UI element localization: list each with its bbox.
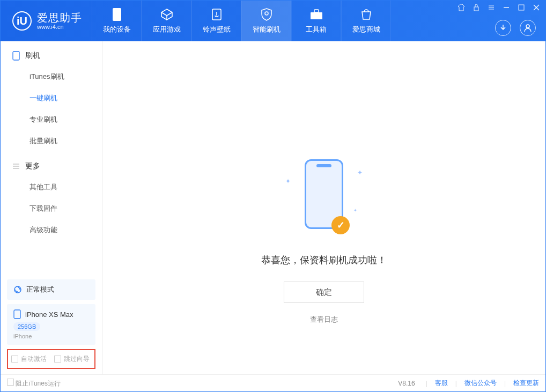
device-icon bbox=[110, 8, 124, 21]
sidebar-item-pro-flash[interactable]: 专业刷机 bbox=[1, 109, 102, 130]
window-controls bbox=[458, 4, 540, 11]
main-tabs: 我的设备 应用游戏 铃声壁纸 智能刷机 工具箱 爱思商城 bbox=[92, 1, 391, 41]
tab-toolbox[interactable]: 工具箱 bbox=[291, 1, 341, 41]
separator: | bbox=[455, 380, 457, 387]
tab-apps[interactable]: 应用游戏 bbox=[142, 1, 191, 41]
sidebar-item-itunes-flash[interactable]: iTunes刷机 bbox=[1, 66, 102, 87]
success-illustration: ✦ ✦ ✦ ✓ bbox=[276, 159, 372, 240]
highlighted-options-box: 自动激活 跳过向导 bbox=[7, 349, 95, 369]
device-name-text: iPhone XS Max bbox=[25, 310, 73, 319]
lock-icon[interactable] bbox=[473, 4, 480, 11]
device-info-box[interactable]: iPhone XS Max 256GB iPhone bbox=[7, 304, 95, 345]
tab-shop[interactable]: 爱思商城 bbox=[341, 1, 391, 41]
minimize-icon[interactable] bbox=[503, 4, 510, 11]
checkbox-input[interactable] bbox=[54, 356, 61, 363]
refresh-icon bbox=[13, 285, 22, 294]
view-log-link[interactable]: 查看日志 bbox=[310, 315, 338, 324]
sidebar-item-download-fw[interactable]: 下载固件 bbox=[1, 198, 102, 219]
separator: | bbox=[504, 380, 506, 387]
tab-flash[interactable]: 智能刷机 bbox=[241, 1, 291, 41]
toolbox-icon bbox=[309, 8, 323, 21]
more-lines-icon bbox=[12, 162, 20, 170]
app-logo: iU 爱思助手 www.i4.cn bbox=[1, 1, 92, 41]
status-bar: 阻止iTunes运行 V8.16 | 客服 | 微信公众号 | 检查更新 bbox=[1, 374, 545, 391]
tab-label: 我的设备 bbox=[103, 25, 131, 34]
separator: | bbox=[426, 380, 427, 387]
tab-my-device[interactable]: 我的设备 bbox=[92, 1, 142, 41]
svg-point-2 bbox=[265, 12, 268, 15]
user-icon[interactable] bbox=[520, 20, 536, 36]
device-phone-icon bbox=[13, 309, 21, 319]
sidebar-section-more: 更多 bbox=[1, 152, 102, 176]
shield-icon bbox=[260, 8, 274, 21]
checkbox-input[interactable] bbox=[11, 356, 18, 363]
tab-label: 智能刷机 bbox=[253, 25, 281, 34]
tab-label: 铃声壁纸 bbox=[203, 25, 231, 34]
tab-ringtone[interactable]: 铃声壁纸 bbox=[191, 1, 241, 41]
tab-label: 工具箱 bbox=[306, 25, 327, 34]
maximize-icon[interactable] bbox=[518, 4, 525, 11]
svg-rect-5 bbox=[474, 7, 478, 11]
main-content: ✦ ✦ ✦ ✓ 恭喜您，保资料刷机成功啦！ 确定 查看日志 bbox=[102, 41, 545, 374]
svg-point-13 bbox=[526, 25, 529, 28]
footer-link-update[interactable]: 检查更新 bbox=[513, 379, 539, 388]
svg-rect-19 bbox=[14, 310, 20, 319]
tab-label: 爱思商城 bbox=[352, 25, 380, 34]
shirt-icon[interactable] bbox=[458, 4, 465, 11]
sparkle-icon: ✦ bbox=[357, 169, 363, 176]
success-message: 恭喜您，保资料刷机成功啦！ bbox=[261, 254, 387, 267]
close-icon[interactable] bbox=[533, 4, 540, 11]
app-name-en: www.i4.cn bbox=[37, 24, 82, 30]
apps-icon bbox=[160, 8, 174, 21]
checkbox-block-itunes[interactable]: 阻止iTunes运行 bbox=[7, 379, 61, 388]
sparkle-icon: ✦ bbox=[285, 177, 291, 185]
svg-rect-14 bbox=[13, 51, 19, 60]
device-mode-box[interactable]: 正常模式 bbox=[7, 279, 95, 300]
app-name-cn: 爱思助手 bbox=[37, 12, 82, 24]
svg-rect-4 bbox=[314, 10, 319, 12]
title-bar: iU 爱思助手 www.i4.cn 我的设备 应用游戏 铃声壁纸 智能刷机 工具… bbox=[1, 1, 545, 41]
sidebar-item-batch-flash[interactable]: 批量刷机 bbox=[1, 130, 102, 152]
mode-label: 正常模式 bbox=[26, 285, 54, 294]
checkbox-skip-guide[interactable]: 跳过向导 bbox=[54, 354, 90, 364]
device-storage: 256GB bbox=[13, 322, 40, 331]
sparkle-icon: ✦ bbox=[353, 208, 357, 213]
footer-link-wechat[interactable]: 微信公众号 bbox=[464, 379, 497, 388]
footer-link-support[interactable]: 客服 bbox=[435, 379, 448, 388]
svg-rect-0 bbox=[113, 8, 121, 21]
tab-label: 应用游戏 bbox=[153, 25, 181, 34]
ok-button[interactable]: 确定 bbox=[284, 282, 364, 303]
shop-icon bbox=[359, 8, 373, 21]
sidebar-item-oneclick-flash[interactable]: 一键刷机 bbox=[1, 87, 102, 109]
phone-outline-icon bbox=[12, 51, 20, 61]
header-right-icons bbox=[495, 20, 536, 36]
sidebar: 刷机 iTunes刷机 一键刷机 专业刷机 批量刷机 更多 其他工具 下载固件 … bbox=[1, 41, 102, 374]
svg-rect-3 bbox=[311, 12, 322, 19]
version-label: V8.16 bbox=[398, 380, 415, 387]
ringtone-icon bbox=[210, 8, 224, 21]
sidebar-section-flash: 刷机 bbox=[1, 41, 102, 66]
device-type: iPhone bbox=[13, 333, 89, 339]
download-icon[interactable] bbox=[495, 20, 511, 36]
svg-rect-10 bbox=[519, 5, 524, 10]
menu-icon[interactable] bbox=[488, 4, 495, 11]
checkbox-input[interactable] bbox=[7, 379, 14, 386]
sidebar-item-advanced[interactable]: 高级功能 bbox=[1, 219, 102, 241]
checkbox-auto-activate[interactable]: 自动激活 bbox=[11, 354, 47, 364]
check-badge-icon: ✓ bbox=[331, 216, 350, 234]
sidebar-item-other-tools[interactable]: 其他工具 bbox=[1, 176, 102, 198]
logo-icon: iU bbox=[12, 11, 32, 31]
